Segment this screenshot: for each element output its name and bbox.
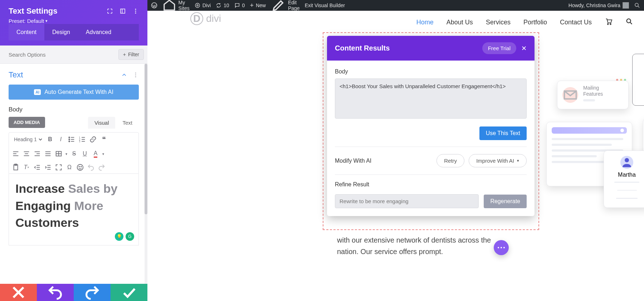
svg-point-43 [77,164,83,171]
ol-icon[interactable]: 123 [78,135,86,143]
tab-design[interactable]: Design [44,24,78,40]
align-right-icon[interactable] [33,150,41,158]
comments[interactable]: 0 [234,3,245,8]
link-icon[interactable] [89,135,97,143]
omega-icon[interactable]: Ω [65,163,73,171]
panel-icon[interactable] [119,8,126,14]
updates[interactable]: 10 [216,3,229,8]
settings-sidebar: Text Settings Preset: Default ▾ Content … [0,0,147,301]
avatar [623,2,629,9]
divi-site[interactable]: Divi [195,3,211,8]
exit-vb[interactable]: Exit Visual Builder [305,3,345,8]
kebab-icon[interactable] [132,8,139,14]
modal-header: Content Results Free Trial ✕ [327,36,535,61]
redo-button[interactable] [74,284,111,301]
new[interactable]: +New [250,2,266,9]
indent-icon[interactable] [44,163,52,171]
auto-generate-label: Auto Generate Text With AI [44,89,113,95]
site-logo[interactable]: D divi [190,12,221,25]
editor-tab-text[interactable]: Text [116,117,139,129]
use-this-text-button[interactable]: Use This Text [479,126,527,140]
search-options-input[interactable] [9,52,118,58]
profile-card-martha: Martha [604,150,644,208]
sidebar-actions [0,284,147,301]
undo-button[interactable] [37,284,74,301]
auto-generate-button[interactable]: AI Auto Generate Text With AI [9,85,139,100]
clear-format-icon[interactable]: T× [23,163,30,171]
regenerate-button[interactable]: Regenerate [484,195,527,208]
editor-text: Sales by [68,182,117,195]
improve-label: Improve With AI [476,158,514,164]
tab-content[interactable]: Content [9,24,44,40]
heading-select[interactable]: Heading 1 [12,135,43,144]
sidebar-title: Text Settings [9,6,58,16]
textcolor-icon[interactable]: A [92,150,99,158]
free-trial-button[interactable]: Free Trial [482,42,516,54]
modal-body-label: Body [335,68,527,75]
collapse-icon[interactable] [121,72,127,78]
result-textarea[interactable]: <h1>Boost Your Sales with Unparalleled C… [335,78,527,119]
align-left-icon[interactable] [12,150,20,158]
table-icon[interactable] [55,150,63,158]
editor-text: More [74,199,103,212]
filter-button[interactable]: + Filter [118,49,144,60]
floating-menu-button[interactable] [494,240,509,255]
cart-icon[interactable] [605,18,613,27]
ul-icon[interactable] [68,135,75,143]
close-icon[interactable]: ✕ [521,44,527,52]
search-icon[interactable] [625,18,633,27]
grammarly-widget[interactable]: 💡 G [115,232,134,241]
wp-logo[interactable] [151,2,157,9]
howdy[interactable]: Howdy, Christina Gwira [569,2,629,9]
improve-with-ai-button[interactable]: Improve With AI ▾ [469,154,527,167]
nav-services[interactable]: Services [486,19,511,26]
bold-icon[interactable]: B [46,135,54,143]
emoji-icon[interactable] [76,163,84,171]
outdent-icon[interactable] [33,163,41,171]
edit-page-label: Edit Page [288,0,300,11]
refine-input[interactable] [335,194,479,208]
section-title: Text [9,70,23,80]
confirm-button[interactable] [111,284,147,301]
new-label: New [256,3,266,8]
align-center-icon[interactable] [23,150,30,158]
align-justify-icon[interactable] [44,150,52,158]
chevron-down-icon[interactable]: ▾ [102,152,104,156]
grammarly-icon: G [126,232,134,241]
nav-portfolio[interactable]: Portfolio [523,19,547,26]
nav-contact[interactable]: Contact Us [560,19,592,26]
hero-illustration: Mailing Features Edw ard Martha [536,32,644,301]
quote-icon[interactable]: ❝ [100,135,108,143]
modal-title: Content Results [335,44,390,52]
scrollbar-thumb[interactable] [145,64,147,214]
comments-count: 0 [242,3,245,8]
cancel-button[interactable] [0,284,37,301]
admin-search-icon[interactable] [634,2,640,9]
paste-icon[interactable] [12,163,20,171]
editor-tab-visual[interactable]: Visual [88,117,116,129]
mailing-card: Mailing Features [557,81,629,109]
preset-select[interactable]: Preset: Default ▾ [9,18,139,24]
svg-rect-57 [565,91,576,99]
svg-line-52 [638,6,639,8]
chevron-down-icon[interactable]: ▾ [65,152,67,156]
underline-icon[interactable]: U [81,150,89,158]
filter-label: Filter [128,52,139,57]
editor-body[interactable]: Increase Sales by Engaging More Customer… [9,174,139,245]
nav-about[interactable]: About Us [447,19,473,26]
italic-icon[interactable]: I [57,135,65,143]
add-media-button[interactable]: ADD MEDIA [9,117,45,128]
redo-icon[interactable] [98,163,106,171]
tab-advanced[interactable]: Advanced [78,24,119,40]
strike-icon[interactable]: S [70,150,78,158]
retry-button[interactable]: Retry [436,154,464,167]
fullscreen-icon[interactable] [55,163,63,171]
settings-tabs: Content Design Advanced [9,24,139,40]
nav-home[interactable]: Home [416,19,434,26]
options-row: + Filter [0,46,147,64]
editor-text: Customers [15,216,79,229]
svg-point-4 [135,13,136,14]
section-kebab-icon[interactable] [132,72,139,78]
focus-icon[interactable] [107,8,113,14]
undo-icon[interactable] [87,163,95,171]
